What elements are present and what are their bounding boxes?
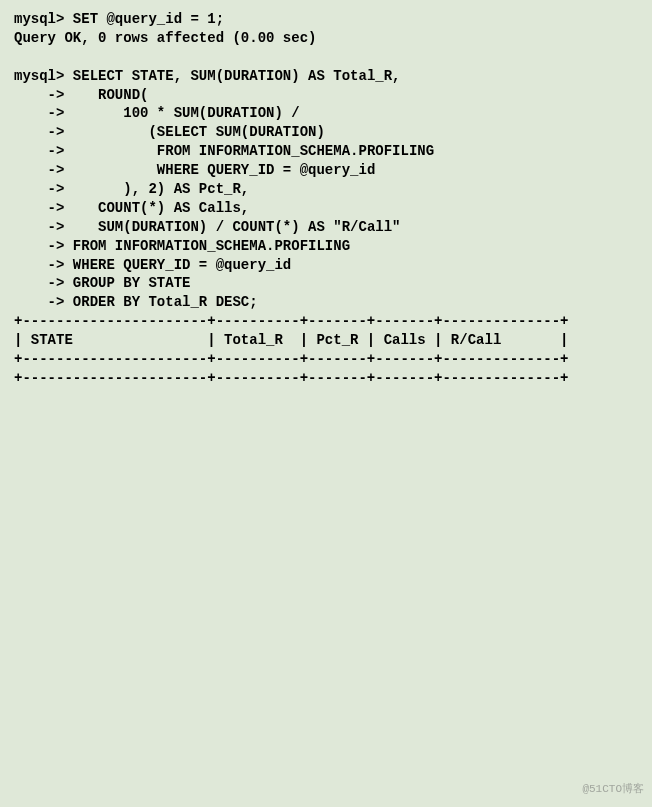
query-line-1: -> ROUND( <box>14 86 638 105</box>
query-line-4: -> FROM INFORMATION_SCHEMA.PROFILING <box>14 142 638 161</box>
table-sep-bot: +----------------------+----------+-----… <box>14 369 638 388</box>
query-line-7: -> COUNT(*) AS Calls, <box>14 199 638 218</box>
query-line-6: -> ), 2) AS Pct_R, <box>14 180 638 199</box>
query-line-5: -> WHERE QUERY_ID = @query_id <box>14 161 638 180</box>
query-line-11: -> GROUP BY STATE <box>14 274 638 293</box>
query-line-3: -> (SELECT SUM(DURATION) <box>14 123 638 142</box>
query-line-10: -> WHERE QUERY_ID = @query_id <box>14 256 638 275</box>
query-line-9: -> FROM INFORMATION_SCHEMA.PROFILING <box>14 237 638 256</box>
cmd-set-result: Query OK, 0 rows affected (0.00 sec) <box>14 29 638 48</box>
query-line-0: mysql> SELECT STATE, SUM(DURATION) AS To… <box>14 67 638 86</box>
blank <box>14 48 638 67</box>
query-line-2: -> 100 * SUM(DURATION) / <box>14 104 638 123</box>
table-header: | STATE | Total_R | Pct_R | Calls | R/Ca… <box>14 331 638 350</box>
cmd-set: mysql> SET @query_id = 1; <box>14 10 638 29</box>
table-sep-top: +----------------------+----------+-----… <box>14 312 638 331</box>
terminal-output: mysql> SET @query_id = 1; Query OK, 0 ro… <box>14 10 638 388</box>
table-sep-mid: +----------------------+----------+-----… <box>14 350 638 369</box>
query-line-12: -> ORDER BY Total_R DESC; <box>14 293 638 312</box>
query-line-8: -> SUM(DURATION) / COUNT(*) AS "R/Call" <box>14 218 638 237</box>
